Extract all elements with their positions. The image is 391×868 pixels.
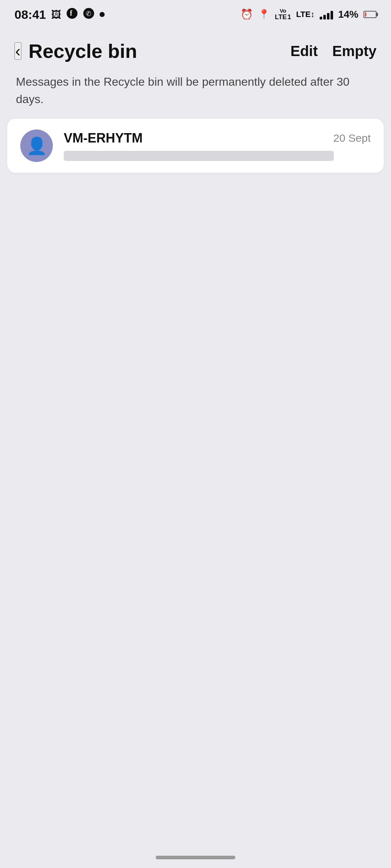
notification-dot xyxy=(100,12,105,17)
description-text: Messages in the Recycle bin will be perm… xyxy=(16,73,375,108)
signal-bars xyxy=(320,9,333,20)
status-bar: 08:41 🖼 f ✆ ⏰ 📍 Vo LTE 1 xyxy=(0,0,391,29)
status-time: 08:41 xyxy=(14,8,46,22)
status-left: 08:41 🖼 f ✆ xyxy=(14,8,105,22)
volte-badge: Vo LTE 1 xyxy=(275,8,291,21)
page-title: Recycle bin xyxy=(29,40,137,62)
battery-icon-container xyxy=(363,11,377,18)
message-list: 👤 VM-ERHYTM 20 Sept xyxy=(0,119,391,173)
gallery-icon: 🖼 xyxy=(51,9,61,21)
whatsapp-icon: ✆ xyxy=(83,8,94,22)
svg-text:f: f xyxy=(70,9,72,17)
table-row[interactable]: 👤 VM-ERHYTM 20 Sept xyxy=(7,119,384,173)
back-button[interactable]: ‹ xyxy=(14,42,21,60)
avatar: 👤 xyxy=(20,129,53,162)
page-header: ‹ Recycle bin Edit Empty xyxy=(0,29,391,69)
empty-button[interactable]: Empty xyxy=(332,43,377,59)
facebook-icon: f xyxy=(66,8,78,22)
alarm-icon: ⏰ xyxy=(240,8,253,20)
status-right: ⏰ 📍 Vo LTE 1 LTE↕ 14% xyxy=(240,8,377,21)
header-left: ‹ Recycle bin xyxy=(14,40,137,62)
message-date: 20 Sept xyxy=(333,132,371,144)
message-preview xyxy=(64,151,334,161)
lte-icon: LTE↕ xyxy=(296,10,315,19)
battery-percent: 14% xyxy=(338,9,358,20)
edit-button[interactable]: Edit xyxy=(290,43,318,59)
description-section: Messages in the Recycle bin will be perm… xyxy=(0,69,391,119)
svg-text:✆: ✆ xyxy=(86,10,91,17)
message-sender: VM-ERHYTM xyxy=(64,131,143,146)
home-indicator xyxy=(156,856,235,859)
message-content: VM-ERHYTM 20 Sept xyxy=(64,131,371,161)
location-icon: 📍 xyxy=(258,9,270,20)
person-icon: 👤 xyxy=(26,136,47,156)
message-header-row: VM-ERHYTM 20 Sept xyxy=(64,131,371,146)
header-actions: Edit Empty xyxy=(290,43,377,59)
